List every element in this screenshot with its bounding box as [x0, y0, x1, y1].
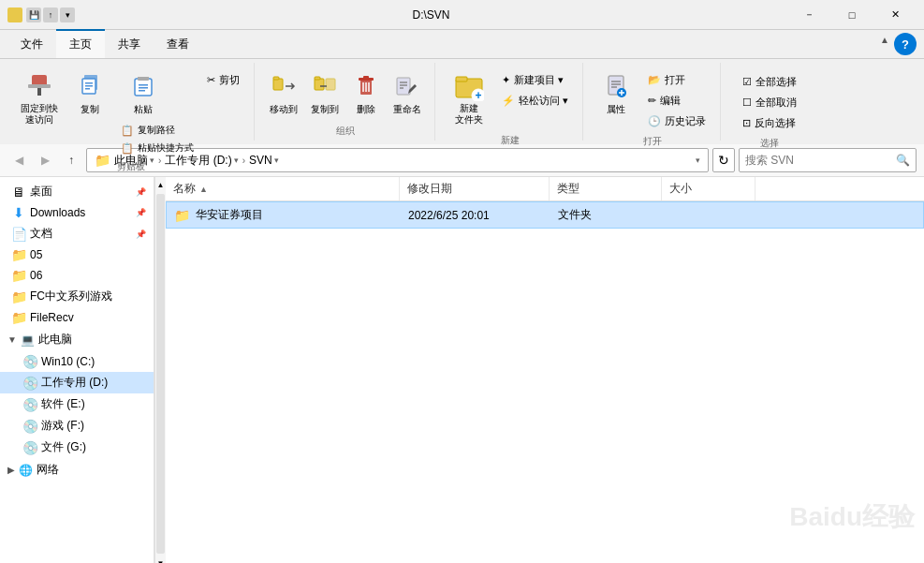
quick-access-toolbar: 💾 ↑ ▾ [26, 7, 75, 22]
scroll-up-arrow[interactable]: ▲ [155, 177, 166, 192]
sidebar-item-workd[interactable]: 💿 工作专用 (D:) [0, 372, 154, 393]
invert-select-button[interactable]: ⊡ 反向选择 [736, 113, 803, 133]
select-group-label: 选择 [760, 133, 779, 150]
path-pc-dropdown[interactable]: ▾ [150, 156, 154, 165]
move-to-button[interactable]: 移动到 [264, 67, 303, 121]
col-header-size[interactable]: 大小 [662, 177, 755, 200]
delete-icon [351, 71, 381, 101]
svg-rect-7 [85, 88, 90, 90]
copy-to-icon [310, 71, 340, 101]
drive-f-label: 游戏 (F:) [41, 418, 84, 434]
close-button[interactable]: ✕ [873, 0, 917, 30]
help-button[interactable]: ? [894, 33, 917, 55]
cut-section: ✂ 剪切 [200, 67, 246, 90]
col-header-date[interactable]: 修改日期 [400, 177, 550, 200]
file-type-huaan: 文件夹 [550, 205, 663, 225]
quick-up-icon[interactable]: ↑ [43, 7, 58, 22]
documents-icon: 📄 [11, 227, 26, 242]
thispc-icon: 💻 [21, 333, 35, 347]
path-end-dropdown[interactable]: ▾ [696, 156, 700, 165]
svg-text:+: + [475, 89, 481, 101]
paste-shortcut-button[interactable]: 📋 粘贴快捷方式 [116, 140, 198, 156]
desktop-icon: 🖥 [11, 185, 26, 200]
scroll-thumb[interactable] [156, 194, 165, 554]
sidebar-item-softwaree[interactable]: 💿 软件 (E:) [0, 393, 154, 415]
paste-button[interactable]: 粘贴 [116, 67, 170, 121]
move-icon [269, 71, 299, 101]
drive-d-icon: 💿 [22, 376, 37, 391]
paste-icon [128, 71, 158, 101]
delete-label: 删除 [357, 103, 375, 116]
sidebar-item-documents[interactable]: 📄 文档 📌 [0, 223, 154, 244]
edit-icon: ✏ [648, 95, 656, 107]
huaan-date-label: 2022/6/25 20:01 [408, 209, 490, 222]
sidebar-item-filesg[interactable]: 💿 文件 (G:) [0, 437, 154, 458]
tab-file[interactable]: 文件 [7, 30, 56, 58]
minimize-button[interactable]: － [787, 0, 830, 30]
col-header-type[interactable]: 类型 [550, 177, 662, 200]
path-svn-dropdown[interactable]: ▾ [274, 156, 279, 165]
folder-filerecv-label: FileRecv [30, 311, 74, 324]
open-button[interactable]: 📂 打开 [641, 70, 712, 90]
sidebar-item-desktop[interactable]: 🖥 桌面 📌 [0, 181, 154, 202]
tab-view[interactable]: 查看 [154, 30, 202, 58]
sidebar-section-network[interactable]: ▶ 🌐 网络 [0, 458, 154, 482]
svg-rect-17 [315, 77, 320, 80]
history-button[interactable]: 🕒 历史记录 [641, 111, 712, 131]
svg-rect-6 [85, 85, 93, 87]
easy-access-button[interactable]: ⚡ 轻松访问 ▾ [495, 91, 575, 111]
new-folder-button[interactable]: + 新建文件夹 [445, 67, 493, 130]
pin-indicator-downloads: 📌 [136, 208, 146, 217]
delete-button[interactable]: 删除 [346, 67, 386, 121]
sidebar-item-filerecv[interactable]: 📁 FileRecv [0, 307, 154, 328]
select-all-button[interactable]: ☑ 全部选择 [736, 72, 803, 92]
sidebar-item-downloads[interactable]: ⬇ Downloads 📌 [0, 202, 154, 223]
path-item-svn[interactable]: SVN ▾ [249, 154, 279, 167]
network-collapse-arrow: ▶ [7, 465, 15, 475]
svg-rect-13 [139, 90, 145, 92]
quick-dropdown-icon[interactable]: ▾ [60, 7, 75, 22]
copy-to-button[interactable]: 复制到 [305, 67, 345, 121]
refresh-button[interactable]: ↻ [712, 148, 735, 172]
scroll-down-arrow[interactable]: ▼ [155, 556, 166, 563]
rename-button[interactable]: 重命名 [388, 67, 427, 121]
sidebar-item-06[interactable]: 📁 06 [0, 265, 154, 286]
paste-label: 粘贴 [134, 103, 153, 116]
svg-rect-2 [28, 84, 51, 88]
invert-select-icon: ⊡ [742, 117, 751, 129]
drive-g-label: 文件 (G:) [41, 439, 86, 455]
sidebar-item-fc-games[interactable]: 📁 FC中文系列游戏 [0, 286, 154, 307]
tab-home[interactable]: 主页 [56, 29, 105, 58]
move-to-label: 移动到 [270, 103, 298, 116]
pin-to-quick-access-button[interactable]: 固定到快速访问 [15, 67, 64, 130]
cut-button[interactable]: ✂ 剪切 [200, 70, 246, 90]
drive-f-icon: 💿 [22, 419, 37, 434]
new-small-items: ✦ 新建项目 ▾ ⚡ 轻松访问 ▾ [495, 67, 575, 111]
ribbon-collapse-button[interactable]: ▲ [875, 30, 894, 49]
path-drive-dropdown[interactable]: ▾ [234, 156, 239, 165]
open-group-label: 打开 [643, 131, 662, 148]
sidebar-section-thispc[interactable]: ▼ 💻 此电脑 [0, 328, 154, 351]
quick-save-icon[interactable]: 💾 [26, 7, 41, 22]
ribbon-group-clipboard: 固定到快速访问 复制 [7, 63, 255, 141]
search-input[interactable] [745, 154, 896, 167]
huaan-name-label: 华安证券项目 [196, 208, 263, 221]
edit-button[interactable]: ✏ 编辑 [641, 91, 712, 111]
new-item-button[interactable]: ✦ 新建项目 ▾ [495, 70, 575, 90]
properties-button[interactable]: 属性 [593, 67, 639, 121]
file-item-huaan[interactable]: 📁 华安证券项目 2022/6/25 20:01 文件夹 [166, 201, 924, 229]
sidebar-item-gamesf[interactable]: 💿 游戏 (F:) [0, 415, 154, 437]
path-sep-2: › [242, 156, 245, 166]
copy-button[interactable]: 复制 [66, 67, 114, 121]
sidebar-item-win10c[interactable]: 💿 Win10 (C:) [0, 351, 154, 372]
sidebar-item-05[interactable]: 📁 05 [0, 244, 154, 265]
maximize-button[interactable]: □ [830, 0, 873, 30]
col-header-name[interactable]: 名称 ▲ [166, 177, 400, 200]
title-bar-icon-area: 💾 ↑ ▾ [7, 7, 75, 22]
copy-path-button[interactable]: 📋 复制路径 [116, 122, 198, 139]
search-box[interactable]: 🔍 [739, 148, 917, 172]
tab-share[interactable]: 共享 [105, 30, 154, 58]
open-buttons: 属性 📂 打开 ✏ 编辑 🕒 历史记录 [593, 67, 712, 131]
select-none-button[interactable]: ☐ 全部取消 [736, 93, 803, 112]
pin-icon [24, 71, 54, 101]
